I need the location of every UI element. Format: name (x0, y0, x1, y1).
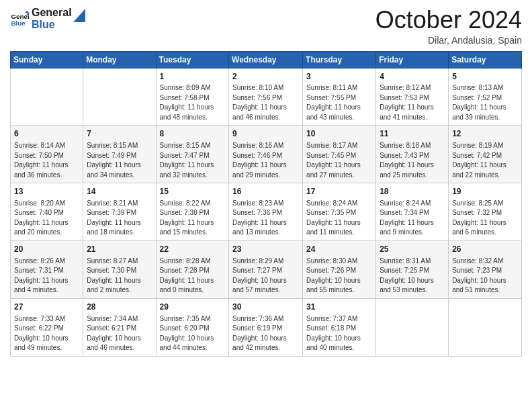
day-info: Sunrise: 8:26 AM Sunset: 7:31 PM Dayligh… (14, 257, 79, 295)
day-number: 22 (160, 244, 226, 255)
page: General Blue General Blue October 2024 D… (0, 0, 532, 411)
calendar-cell: 11Sunrise: 8:18 AM Sunset: 7:43 PM Dayli… (376, 126, 449, 183)
day-info: Sunrise: 8:23 AM Sunset: 7:36 PM Dayligh… (232, 199, 299, 238)
day-number: 26 (452, 244, 518, 255)
day-number: 31 (306, 302, 372, 313)
day-info: Sunrise: 8:24 AM Sunset: 7:35 PM Dayligh… (306, 199, 372, 238)
day-number: 23 (232, 244, 299, 255)
logo: General Blue General Blue (10, 7, 85, 30)
calendar-cell: 16Sunrise: 8:23 AM Sunset: 7:36 PM Dayli… (229, 183, 303, 241)
calendar-week-row: 6Sunrise: 8:14 AM Sunset: 7:50 PM Daylig… (11, 126, 522, 183)
calendar-cell: 27Sunrise: 7:33 AM Sunset: 6:22 PM Dayli… (11, 298, 83, 356)
calendar-cell: 20Sunrise: 8:26 AM Sunset: 7:31 PM Dayli… (11, 240, 83, 298)
calendar-cell: 13Sunrise: 8:20 AM Sunset: 7:40 PM Dayli… (11, 183, 83, 241)
calendar-cell: 26Sunrise: 8:32 AM Sunset: 7:23 PM Dayli… (449, 240, 522, 298)
day-number: 30 (232, 302, 299, 313)
calendar-cell: 30Sunrise: 7:36 AM Sunset: 6:19 PM Dayli… (229, 298, 303, 356)
weekday-header-thursday: Thursday (303, 51, 376, 68)
calendar-cell: 29Sunrise: 7:35 AM Sunset: 6:20 PM Dayli… (156, 298, 229, 356)
day-info: Sunrise: 7:37 AM Sunset: 6:18 PM Dayligh… (306, 314, 372, 353)
day-number: 5 (452, 71, 518, 83)
calendar-cell: 9Sunrise: 8:16 AM Sunset: 7:46 PM Daylig… (229, 126, 303, 183)
day-info: Sunrise: 8:18 AM Sunset: 7:43 PM Dayligh… (380, 141, 445, 180)
logo-line2: Blue (32, 19, 72, 31)
day-number: 3 (306, 71, 372, 83)
title-block: October 2024 Dilar, Andalusia, Spain (375, 7, 522, 46)
day-info: Sunrise: 7:35 AM Sunset: 6:20 PM Dayligh… (160, 314, 226, 353)
weekday-header-tuesday: Tuesday (156, 51, 229, 68)
calendar-cell: 24Sunrise: 8:30 AM Sunset: 7:26 PM Dayli… (303, 240, 376, 298)
svg-text:Blue: Blue (11, 19, 26, 26)
day-info: Sunrise: 8:11 AM Sunset: 7:55 PM Dayligh… (306, 83, 372, 122)
day-number: 28 (87, 302, 152, 313)
calendar-header-row: SundayMondayTuesdayWednesdayThursdayFrid… (11, 51, 522, 68)
calendar-week-row: 1Sunrise: 8:09 AM Sunset: 7:58 PM Daylig… (11, 68, 522, 126)
calendar-cell: 18Sunrise: 8:24 AM Sunset: 7:34 PM Dayli… (376, 183, 449, 241)
day-info: Sunrise: 8:20 AM Sunset: 7:40 PM Dayligh… (14, 199, 79, 238)
calendar-cell (83, 68, 156, 126)
calendar-cell: 7Sunrise: 8:15 AM Sunset: 7:49 PM Daylig… (83, 126, 156, 183)
svg-marker-4 (73, 9, 85, 22)
day-number: 2 (232, 71, 299, 83)
day-number: 29 (160, 302, 226, 313)
calendar-cell: 23Sunrise: 8:29 AM Sunset: 7:27 PM Dayli… (229, 240, 303, 298)
day-number: 1 (160, 71, 226, 83)
day-info: Sunrise: 7:36 AM Sunset: 6:19 PM Dayligh… (232, 314, 299, 353)
day-number: 24 (306, 244, 372, 255)
day-number: 7 (87, 128, 152, 140)
logo-icon: General Blue (10, 9, 29, 28)
calendar-cell: 3Sunrise: 8:11 AM Sunset: 7:55 PM Daylig… (303, 68, 376, 126)
day-info: Sunrise: 7:33 AM Sunset: 6:22 PM Dayligh… (14, 314, 79, 353)
calendar-cell: 2Sunrise: 8:10 AM Sunset: 7:56 PM Daylig… (229, 68, 303, 126)
calendar-cell: 17Sunrise: 8:24 AM Sunset: 7:35 PM Dayli… (303, 183, 376, 241)
calendar-cell (449, 298, 522, 356)
calendar-cell: 4Sunrise: 8:12 AM Sunset: 7:53 PM Daylig… (376, 68, 449, 126)
calendar-cell: 28Sunrise: 7:34 AM Sunset: 6:21 PM Dayli… (83, 298, 156, 356)
day-info: Sunrise: 8:17 AM Sunset: 7:45 PM Dayligh… (306, 141, 372, 180)
day-info: Sunrise: 8:16 AM Sunset: 7:46 PM Dayligh… (232, 141, 299, 180)
day-number: 14 (87, 186, 152, 197)
calendar-cell: 31Sunrise: 7:37 AM Sunset: 6:18 PM Dayli… (303, 298, 376, 356)
day-number: 21 (87, 244, 152, 255)
day-info: Sunrise: 8:32 AM Sunset: 7:23 PM Dayligh… (452, 257, 518, 295)
location: Dilar, Andalusia, Spain (375, 35, 522, 46)
day-info: Sunrise: 8:12 AM Sunset: 7:53 PM Dayligh… (380, 83, 445, 122)
day-number: 17 (306, 186, 372, 197)
day-number: 18 (380, 186, 445, 197)
calendar-cell: 8Sunrise: 8:15 AM Sunset: 7:47 PM Daylig… (156, 126, 229, 183)
day-info: Sunrise: 8:19 AM Sunset: 7:42 PM Dayligh… (452, 141, 518, 180)
day-info: Sunrise: 8:29 AM Sunset: 7:27 PM Dayligh… (232, 257, 299, 295)
calendar-cell: 14Sunrise: 8:21 AM Sunset: 7:39 PM Dayli… (83, 183, 156, 241)
calendar-cell: 12Sunrise: 8:19 AM Sunset: 7:42 PM Dayli… (449, 126, 522, 183)
weekday-header-wednesday: Wednesday (229, 51, 303, 68)
day-info: Sunrise: 8:21 AM Sunset: 7:39 PM Dayligh… (87, 199, 152, 238)
weekday-header-monday: Monday (83, 51, 156, 68)
calendar-cell: 25Sunrise: 8:31 AM Sunset: 7:25 PM Dayli… (376, 240, 449, 298)
logo-triangle (73, 9, 85, 22)
calendar-cell: 5Sunrise: 8:13 AM Sunset: 7:52 PM Daylig… (449, 68, 522, 126)
day-number: 11 (380, 128, 445, 140)
day-number: 9 (232, 128, 299, 140)
day-info: Sunrise: 8:27 AM Sunset: 7:30 PM Dayligh… (87, 257, 152, 295)
day-number: 10 (306, 128, 372, 140)
weekday-header-friday: Friday (376, 51, 449, 68)
weekday-header-sunday: Sunday (11, 51, 83, 68)
day-info: Sunrise: 7:34 AM Sunset: 6:21 PM Dayligh… (87, 314, 152, 353)
day-number: 13 (14, 186, 79, 197)
calendar-cell: 6Sunrise: 8:14 AM Sunset: 7:50 PM Daylig… (11, 126, 83, 183)
day-number: 20 (14, 244, 79, 255)
day-number: 8 (160, 128, 226, 140)
calendar-table: SundayMondayTuesdayWednesdayThursdayFrid… (10, 51, 522, 357)
month-title: October 2024 (375, 7, 522, 34)
day-number: 15 (160, 186, 226, 197)
calendar-cell: 21Sunrise: 8:27 AM Sunset: 7:30 PM Dayli… (83, 240, 156, 298)
day-info: Sunrise: 8:25 AM Sunset: 7:32 PM Dayligh… (452, 199, 518, 238)
day-info: Sunrise: 8:09 AM Sunset: 7:58 PM Dayligh… (160, 83, 226, 122)
day-info: Sunrise: 8:13 AM Sunset: 7:52 PM Dayligh… (452, 83, 518, 122)
svg-marker-2 (25, 10, 29, 13)
header: General Blue General Blue October 2024 D… (10, 7, 522, 46)
calendar-cell: 10Sunrise: 8:17 AM Sunset: 7:45 PM Dayli… (303, 126, 376, 183)
day-number: 6 (14, 128, 79, 140)
day-number: 27 (14, 302, 79, 313)
day-info: Sunrise: 8:14 AM Sunset: 7:50 PM Dayligh… (14, 141, 79, 180)
